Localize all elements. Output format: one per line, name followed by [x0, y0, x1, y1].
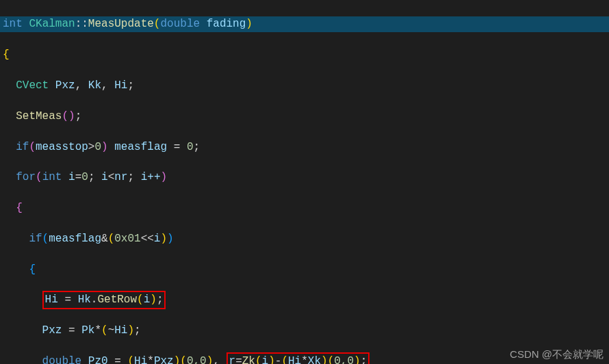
setmeas-line: SetMeas(); — [0, 109, 609, 124]
decl-line: CVect Pxz, Kk, Hi; — [0, 78, 609, 93]
fn-signature-line: int CKalman::MeasUpdate(double fading) — [0, 16, 609, 31]
hi-assign-line: Hi = Hk.GetRow(i); — [0, 292, 609, 307]
pxz-assign-line: Pxz = Pk*(~Hi); — [0, 323, 609, 338]
brace-open-for: { — [0, 200, 609, 216]
highlight-box-1: Hi = Hk.GetRow(i); — [42, 291, 166, 309]
brace-open: { — [0, 47, 609, 62]
if-measstop-line: if(measstop>0) measflag = 0; — [0, 140, 609, 155]
if-measflag-line: if(measflag&(0x01<<i)) — [0, 231, 609, 246]
brace-open-if: { — [0, 262, 609, 277]
code-editor[interactable]: int CKalman::MeasUpdate(double fading) {… — [0, 0, 609, 364]
watermark: CSDN @不会就学呢 — [510, 347, 604, 361]
for-line: for(int i=0; i<nr; i++) — [0, 170, 609, 185]
highlight-box-2: r=Zk(i)-(Hi*Xk)(0,0); — [226, 352, 370, 364]
